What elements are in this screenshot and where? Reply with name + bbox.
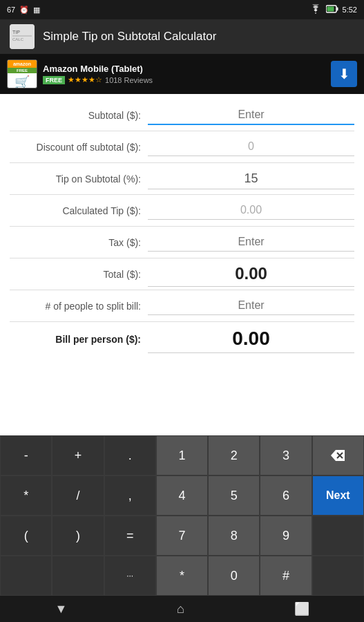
ad-free-label: FREE [8, 68, 37, 73]
subtotal-row: Subtotal ($): [10, 100, 354, 131]
svg-rect-1 [336, 8, 338, 11]
people-label: # of people to split bill: [10, 301, 148, 312]
key-3[interactable]: 3 [260, 435, 312, 475]
subtotal-input[interactable] [148, 106, 354, 125]
key-5[interactable]: 5 [208, 475, 260, 516]
key-comma[interactable]: , [104, 475, 156, 516]
back-button[interactable]: ▼ [55, 602, 67, 616]
status-right: 5:52 [309, 4, 357, 15]
key-plus[interactable]: + [52, 435, 104, 475]
tax-input[interactable] [148, 233, 354, 252]
bill-per-person-row: Bill per person ($): 0.00 [10, 322, 354, 356]
key-empty-1 [312, 516, 364, 556]
key-8[interactable]: 8 [208, 516, 260, 556]
key-hash[interactable]: # [260, 556, 312, 596]
signal-icon: ▦ [33, 6, 40, 15]
svg-rect-2 [327, 7, 334, 12]
discount-row: Discount off subtotal ($): 0 [10, 131, 354, 163]
tip-percent-value[interactable]: 15 [148, 169, 354, 189]
calculated-tip-value[interactable]: 0.00 [148, 201, 354, 220]
bill-per-person-value[interactable]: 0.00 [148, 325, 354, 353]
discount-value[interactable]: 0 [148, 138, 354, 156]
status-bar: 67 ⏰ ▦ 5:52 [0, 0, 364, 19]
ad-content: Amazon Mobile (Tablet) FREE ★★★★☆ 1018 R… [43, 64, 325, 84]
ad-subtitle: FREE ★★★★☆ 1018 Reviews [43, 75, 325, 84]
key-2[interactable]: 2 [208, 435, 260, 475]
status-left: 67 ⏰ ▦ [7, 6, 40, 15]
key-dot[interactable]: . [104, 435, 156, 475]
total-row: Total ($): 0.00 [10, 258, 354, 290]
key-minus[interactable]: - [0, 435, 52, 475]
key-multiply[interactable]: * [0, 475, 52, 516]
tax-row: Tax ($): [10, 227, 354, 258]
time-display: 5:52 [343, 6, 357, 14]
key-4[interactable]: 4 [156, 475, 208, 516]
recents-button[interactable]: ⬜ [294, 601, 309, 616]
ad-stars: ★★★★☆ [68, 75, 102, 84]
key-empty-3 [52, 556, 104, 596]
key-9[interactable]: 9 [260, 516, 312, 556]
keyboard-row-2: * / , 4 5 6 Next [0, 475, 364, 516]
keyboard: - + . 1 2 3 * / , 4 5 6 Next ( ) = 7 8 9 [0, 435, 364, 596]
ad-reviews: 1018 Reviews [105, 76, 153, 84]
ad-banner[interactable]: amazon FREE 🛒 Amazon Mobile (Tablet) FRE… [0, 54, 364, 94]
key-equals[interactable]: = [104, 516, 156, 556]
key-backspace[interactable] [312, 435, 364, 475]
battery-icon [326, 5, 338, 15]
calculator-form: Subtotal ($): Discount off subtotal ($):… [0, 94, 364, 361]
key-empty-2 [0, 556, 52, 596]
keyboard-row-4: ··· * 0 # [0, 556, 364, 596]
battery-percent: 67 [7, 6, 15, 14]
next-button[interactable]: Next [312, 475, 364, 516]
keyboard-row-1: - + . 1 2 3 [0, 435, 364, 475]
nav-bar: ▼ ⌂ ⬜ [0, 596, 364, 622]
svg-text:CALC: CALC [12, 37, 24, 41]
key-divide[interactable]: / [52, 475, 104, 516]
wifi-icon [309, 4, 322, 15]
key-0[interactable]: 0 [208, 556, 260, 596]
download-icon: ⬇ [338, 66, 350, 82]
svg-text:TIP: TIP [12, 30, 20, 35]
cart-icon: 🛒 [15, 75, 30, 88]
spacer [0, 361, 364, 382]
key-open-paren[interactable]: ( [0, 516, 52, 556]
ad-title: Amazon Mobile (Tablet) [43, 64, 325, 74]
people-input[interactable] [148, 296, 354, 315]
title-bar: TIP CALC Simple Tip on Subtotal Calculat… [0, 19, 364, 54]
key-7[interactable]: 7 [156, 516, 208, 556]
ad-free-badge: FREE [43, 76, 65, 84]
key-6[interactable]: 6 [260, 475, 312, 516]
tip-percent-row: Tip on Subtotal (%): 15 [10, 163, 354, 195]
people-row: # of people to split bill: [10, 290, 354, 322]
key-1[interactable]: 1 [156, 435, 208, 475]
subtotal-label: Subtotal ($): [10, 110, 148, 121]
svg-rect-3 [10, 24, 35, 49]
bill-per-person-label: Bill per person ($): [10, 334, 148, 345]
discount-label: Discount off subtotal ($): [10, 142, 148, 153]
keyboard-row-3: ( ) = 7 8 9 [0, 516, 364, 556]
calculated-tip-row: Calculated Tip ($): 0.00 [10, 195, 354, 227]
key-asterisk[interactable]: * [156, 556, 208, 596]
total-label: Total ($): [10, 269, 148, 280]
key-empty-4 [312, 556, 364, 596]
ad-download-button[interactable]: ⬇ [331, 61, 357, 87]
total-value[interactable]: 0.00 [148, 261, 354, 287]
app-title: Simple Tip on Subtotal Calculator [43, 30, 216, 44]
calculated-tip-label: Calculated Tip ($): [10, 205, 148, 216]
alarm-icon: ⏰ [19, 6, 29, 15]
key-ellipsis[interactable]: ··· [104, 556, 156, 596]
home-button[interactable]: ⌂ [177, 602, 184, 616]
tip-percent-label: Tip on Subtotal (%): [10, 173, 148, 185]
tax-label: Tax ($): [10, 237, 148, 248]
key-close-paren[interactable]: ) [52, 516, 104, 556]
ad-amazon-label: amazon [8, 60, 37, 68]
app-icon: TIP CALC [10, 24, 35, 49]
